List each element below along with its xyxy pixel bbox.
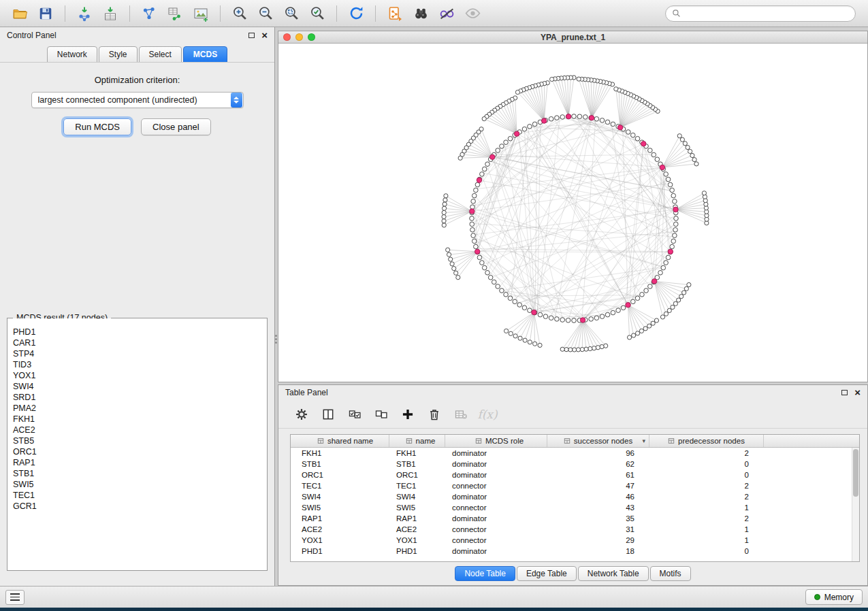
table-row[interactable]: SWI4SWI4dominator462 [291,491,852,502]
close-table-panel-icon[interactable]: × [854,389,861,396]
scrollbar-thumb[interactable] [853,449,858,497]
delete-row-button[interactable] [423,404,445,425]
open-session-button[interactable] [7,3,33,24]
import-network-button[interactable] [71,3,97,24]
deselect-all-button[interactable] [370,404,392,425]
table-cell: dominator [445,493,547,501]
zoom-out-button[interactable] [253,3,278,24]
table-cell: 31 [547,525,649,533]
save-session-button[interactable] [33,3,59,24]
network-graph[interactable] [278,44,867,382]
table-scrollbar[interactable] [852,448,859,561]
select-all-button[interactable] [344,404,366,425]
apply-layout-button[interactable] [343,3,369,24]
table-cell: PHD1 [389,547,445,555]
table-row[interactable]: TEC1TEC1connector472 [291,480,852,491]
zoom-selected-button[interactable] [304,3,330,24]
table-cell: PHD1 [291,547,389,555]
run-mcds-button[interactable]: Run MCDS [63,118,131,135]
tab-style[interactable]: Style [99,46,138,63]
mcds-result-item[interactable]: FKH1 [13,414,267,425]
zoom-in-button[interactable] [227,3,253,24]
column-header-name[interactable]: name [389,435,445,447]
show-columns-button[interactable] [317,404,339,425]
new-network-button[interactable] [136,3,162,24]
mcds-result-item[interactable]: SWI4 [13,381,267,392]
column-header-successor-nodes[interactable]: successor nodes ▾ [547,435,649,447]
find-button[interactable] [408,3,434,24]
network-canvas[interactable] [278,44,867,382]
column-header-mcds-role[interactable]: MCDS role [445,435,547,447]
table-row[interactable]: FKH1FKH1dominator962 [291,448,852,459]
table-row[interactable]: SWI5SWI5connector431 [291,502,852,513]
close-window-icon[interactable] [283,33,291,41]
tab-node-table[interactable]: Node Table [455,566,515,581]
maximize-window-icon[interactable] [308,33,315,41]
mcds-result-item[interactable]: SRD1 [13,392,267,403]
column-header-shared-name[interactable]: shared name [291,435,389,447]
delete-table-button[interactable] [450,404,472,425]
table-row[interactable]: STB1STB1dominator620 [291,459,852,469]
hide-details-button[interactable] [434,3,460,24]
import-table-button[interactable] [97,3,123,24]
mcds-result-item[interactable]: STB1 [13,468,267,479]
table-row[interactable]: ORC1ORC1dominator610 [291,469,852,480]
mcds-result-item[interactable]: TID3 [13,359,267,370]
table-cell: RAP1 [291,514,389,523]
table-row[interactable]: YOX1YOX1connector291 [291,535,852,546]
column-settings-button[interactable] [291,404,312,425]
mcds-result-item[interactable]: TEC1 [13,490,267,501]
table-row[interactable]: ACE2ACE2connector311 [291,524,852,535]
table-row[interactable]: PHD1PHD1dominator180 [291,546,852,557]
mcds-result-item[interactable]: YOX1 [13,370,267,381]
mcds-result-item[interactable]: RAP1 [13,457,267,468]
mcds-result-item[interactable]: ACE2 [13,425,267,435]
status-menu-button[interactable] [5,590,25,605]
table-cell: ORC1 [389,471,445,479]
tab-select[interactable]: Select [139,46,182,63]
float-table-panel-icon[interactable] [841,390,848,395]
mcds-result-item[interactable]: STB5 [13,435,267,446]
table-cell: connector [445,525,547,533]
mcds-result-item[interactable]: PHD1 [13,327,267,337]
memory-button[interactable]: Memory [805,589,863,605]
close-panel-icon[interactable]: × [261,32,268,39]
mcds-result-item[interactable]: STP4 [13,348,267,359]
column-header-predecessor-nodes[interactable]: predecessor nodes [649,435,764,447]
table-cell: TEC1 [291,482,389,490]
add-row-button[interactable] [397,404,419,425]
tab-network-table[interactable]: Network Table [578,566,649,581]
dropdown-stepper-icon [231,93,242,108]
export-network-button[interactable] [382,3,408,24]
panel-splitter[interactable] [274,330,278,348]
close-mcds-panel-button[interactable]: Close panel [141,118,211,135]
sort-indicator-icon[interactable]: ▾ [642,437,645,444]
mcds-result-item[interactable]: PMA2 [13,403,267,414]
table-row[interactable]: RAP1RAP1dominator352 [291,513,852,524]
gear-icon [295,408,308,421]
mcds-result-item[interactable]: CAR1 [13,337,267,348]
mcds-result-item[interactable]: SWI5 [13,479,267,490]
float-panel-icon[interactable] [248,33,255,38]
tab-mcds[interactable]: MCDS [183,46,227,63]
tab-edge-table[interactable]: Edge Table [517,566,577,581]
network-from-table-button[interactable] [162,3,188,24]
zoom-in-icon [231,5,248,22]
table-cell: ACE2 [389,525,445,533]
mcds-result-item[interactable]: ORC1 [13,446,267,457]
mcds-result-groupbox: MCDS result (17 nodes) PHD1CAR1STP4TID3Y… [7,318,268,571]
tab-network[interactable]: Network [47,46,97,63]
optimization-dropdown[interactable]: largest connected component (undirected) [31,92,244,108]
show-details-button[interactable] [460,3,485,24]
mcds-result-list[interactable]: PHD1CAR1STP4TID3YOX1SWI4SRD1PMA2FKH1ACE2… [7,318,267,570]
zoom-fit-button[interactable] [278,3,304,24]
function-builder-button[interactable]: f(x) [477,404,498,425]
control-panel-tabs: Network Style Select MCDS [0,46,274,63]
tab-motifs[interactable]: Motifs [650,566,691,581]
export-image-icon [193,5,209,22]
table-cell: ACE2 [291,525,389,533]
export-image-button[interactable] [188,3,214,24]
mcds-result-item[interactable]: GCR1 [13,501,267,512]
minimize-window-icon[interactable] [295,33,303,41]
search-input[interactable] [685,9,849,18]
